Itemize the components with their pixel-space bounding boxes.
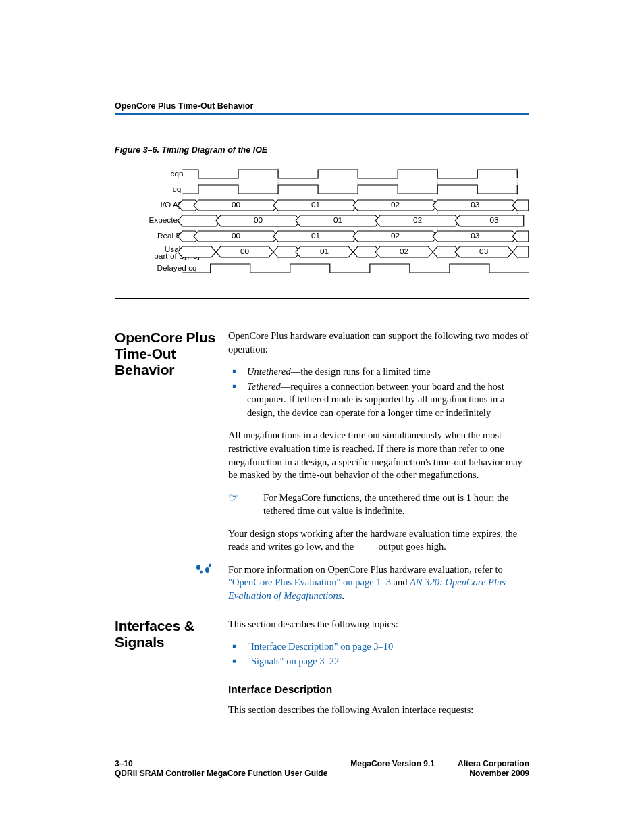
footer-version: MegaCore Version 9.1 — [350, 759, 435, 768]
svg-text:02: 02 — [391, 232, 400, 240]
sec2-p1: This section describes the following top… — [228, 618, 529, 631]
svg-text:00: 00 — [254, 217, 263, 224]
svg-text:02: 02 — [400, 248, 408, 255]
svg-text:02: 02 — [391, 201, 400, 209]
link-opencore-eval[interactable]: "OpenCore Plus Evaluation" on page 1–3 — [228, 577, 391, 588]
svg-text:01: 01 — [333, 217, 342, 224]
sec2-link-signals[interactable]: "Signals" on page 3–22 — [228, 655, 529, 669]
svg-text:03: 03 — [471, 232, 479, 240]
row-label-cq: cq — [173, 186, 181, 193]
sec1-p2: All megafunctions in a device time out s… — [228, 429, 529, 481]
svg-text:01: 01 — [311, 201, 320, 209]
svg-point-23 — [205, 567, 209, 573]
sec1-bullet-tethered: Tethered—requires a connection between y… — [228, 380, 529, 420]
sec1-p3: Your design stops working after the hard… — [228, 527, 529, 554]
svg-text:00: 00 — [232, 232, 240, 240]
section-opencore-title: OpenCore Plus Time-Out Behavior — [115, 330, 216, 378]
svg-point-21 — [196, 565, 200, 570]
subhead-interface-description: Interface Description — [228, 683, 529, 697]
svg-text:02: 02 — [413, 217, 422, 224]
sec1-p1: OpenCore Plus hardware evaluation can su… — [228, 330, 529, 356]
svg-text:03: 03 — [489, 217, 498, 224]
svg-point-22 — [200, 570, 203, 573]
svg-point-24 — [209, 563, 211, 567]
row-label-cqn: cqn — [171, 170, 184, 178]
footer-guide-title: QDRII SRAM Controller MegaCore Function … — [115, 768, 327, 778]
figure-caption: Figure 3–6. Timing Diagram of the IOE — [115, 145, 529, 155]
footer-page-number: 3–10 — [115, 759, 327, 768]
section-interfaces-title: Interfaces & Signals — [115, 618, 216, 650]
footer-date: November 2009 — [458, 768, 529, 778]
sec2-p2: This section describes the following Ava… — [228, 704, 529, 717]
sec1-bullet-untethered: Untethered—the design runs for a limited… — [228, 365, 529, 379]
svg-text:03: 03 — [471, 201, 479, 209]
svg-text:03: 03 — [479, 248, 488, 255]
sec1-note1: For MegaCore functions, the untethered t… — [263, 492, 529, 518]
sec1-ref: For more information on OpenCore Plus ha… — [228, 563, 529, 603]
info-footsteps-icon — [115, 563, 216, 577]
page-footer: 3–10 QDRII SRAM Controller MegaCore Func… — [115, 759, 529, 778]
footer-company: Altera Corporation — [458, 759, 529, 768]
row-label-dcq: Delayed cq — [157, 265, 197, 272]
svg-text:00: 00 — [240, 248, 249, 255]
svg-text:00: 00 — [232, 201, 240, 209]
timing-diagram-figure: cqn cq I/O A[7:0] Expected B[7:0] Real B… — [115, 159, 529, 299]
running-header: OpenCore Plus Time-Out Behavior — [115, 101, 529, 115]
svg-text:01: 01 — [311, 232, 320, 240]
sec2-link-interface-desc[interactable]: "Interface Description" on page 3–10 — [228, 640, 529, 654]
svg-text:01: 01 — [320, 248, 329, 255]
hand-note-icon: ☞ — [228, 492, 246, 518]
